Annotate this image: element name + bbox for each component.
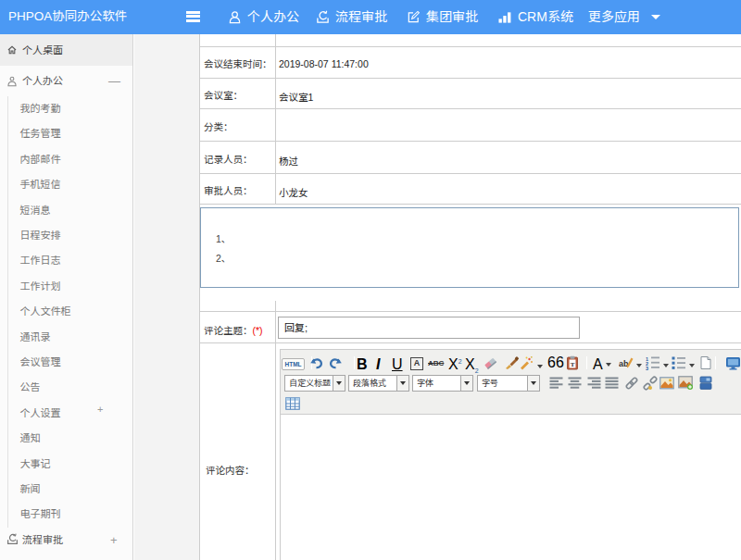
svg-text:T: T (571, 361, 575, 368)
svg-text:3: 3 (646, 366, 648, 371)
